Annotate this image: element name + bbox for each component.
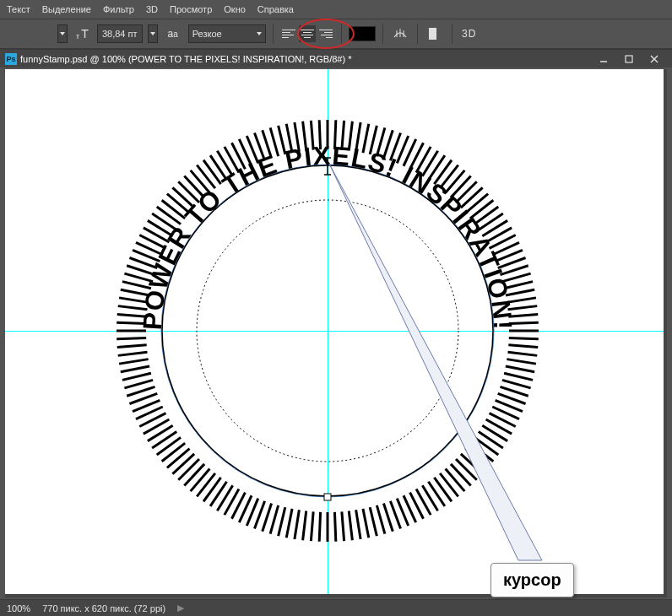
svg-line-6 — [508, 345, 538, 348]
svg-line-80 — [119, 359, 149, 364]
svg-line-76 — [127, 386, 154, 396]
tick-ring — [117, 120, 539, 542]
separator — [273, 24, 274, 44]
font-family-dropdown[interactable] — [57, 24, 68, 43]
align-center-button[interactable] — [299, 25, 316, 42]
svg-line-78 — [122, 373, 151, 380]
svg-line-30 — [422, 485, 437, 511]
svg-rect-1 — [626, 56, 632, 62]
antialias-icon: aa — [163, 24, 183, 43]
separator — [452, 24, 453, 44]
svg-line-65 — [172, 454, 194, 474]
svg-line-37 — [377, 505, 385, 534]
svg-line-59 — [210, 482, 226, 506]
separator — [417, 24, 418, 44]
svg-line-66 — [167, 449, 190, 468]
antialias-select[interactable]: Резкое — [188, 24, 266, 43]
character-panel-button[interactable] — [425, 24, 445, 43]
align-left-button[interactable] — [280, 25, 297, 42]
svg-line-47 — [303, 511, 306, 541]
svg-line-19 — [479, 431, 503, 447]
text-color-swatch[interactable] — [349, 26, 376, 41]
stamp-artwork: POWER TO THE PIXELS! INSPIRATION! — [5, 69, 664, 594]
document-canvas[interactable]: POWER TO THE PIXELS! INSPIRATION! курсор — [5, 69, 664, 594]
document-tab: Ps funnyStamp.psd @ 100% (POWER TO THE P… — [0, 49, 672, 68]
svg-line-69 — [152, 431, 176, 447]
zoom-level[interactable]: 100% — [7, 603, 30, 613]
font-size-field[interactable]: 38,84 пт — [97, 24, 143, 43]
svg-line-49 — [286, 509, 292, 538]
svg-line-67 — [162, 443, 185, 462]
3d-button[interactable]: 3D — [459, 24, 480, 43]
svg-line-5 — [509, 338, 539, 338]
menu-item-3d[interactable]: 3D — [146, 4, 158, 14]
svg-line-45 — [319, 512, 320, 542]
svg-line-48 — [295, 510, 299, 539]
svg-line-43 — [334, 512, 335, 542]
svg-line-26 — [446, 468, 465, 491]
font-size-value: 38,84 пт — [102, 29, 138, 39]
ps-badge-icon: Ps — [5, 53, 17, 65]
menu-item-help[interactable]: Справка — [257, 4, 294, 14]
svg-line-25 — [451, 464, 471, 486]
svg-line-11 — [502, 380, 531, 388]
path-anchor-icon — [324, 494, 331, 500]
minimize-button[interactable] — [591, 51, 616, 67]
svg-line-52 — [263, 503, 272, 531]
svg-line-64 — [178, 459, 199, 480]
svg-line-10 — [504, 373, 533, 380]
menu-item-window[interactable]: Окно — [224, 4, 246, 14]
svg-line-9 — [506, 366, 534, 372]
svg-line-58 — [217, 485, 232, 511]
svg-line-70 — [148, 425, 173, 440]
font-size-dropdown[interactable] — [148, 24, 158, 43]
options-bar: тT 38,84 пт aa Резкое 3D — [0, 19, 672, 49]
svg-line-62 — [191, 468, 210, 491]
maximize-button[interactable] — [616, 51, 642, 67]
statusbar-chevron-icon[interactable]: ▶ — [177, 602, 184, 613]
separator — [382, 24, 383, 44]
callout-label: курсор — [490, 563, 574, 597]
menu-item-view[interactable]: Просмотр — [170, 4, 212, 14]
svg-line-50 — [279, 507, 285, 536]
svg-line-41 — [349, 511, 352, 541]
menu-item-filter[interactable]: Фильтр — [103, 4, 134, 14]
font-size-icon: тT — [73, 24, 92, 43]
svg-line-7 — [508, 352, 538, 355]
svg-line-27 — [440, 473, 458, 496]
svg-line-18 — [482, 425, 507, 440]
align-right-button[interactable] — [317, 25, 334, 42]
svg-line-60 — [203, 478, 221, 501]
svg-line-46 — [311, 511, 313, 541]
svg-line-39 — [363, 509, 369, 538]
svg-line-28 — [434, 478, 452, 501]
document-title: funnyStamp.psd @ 100% (POWER TO THE PIXE… — [20, 54, 588, 64]
callout-pointer — [329, 164, 542, 560]
svg-line-81 — [118, 352, 148, 355]
svg-line-51 — [270, 505, 279, 534]
svg-line-38 — [370, 507, 377, 536]
svg-line-36 — [383, 503, 393, 531]
text-align-group — [280, 25, 334, 42]
separator — [341, 24, 342, 44]
close-button[interactable] — [642, 51, 667, 67]
menu-bar: Текст Выделение Фильтр 3D Просмотр Окно … — [0, 0, 672, 19]
status-bar: 100% 770 пикс. x 620 пикс. (72 ppi) ▶ — [0, 599, 672, 616]
svg-line-61 — [197, 473, 215, 496]
svg-line-29 — [428, 482, 444, 506]
svg-line-82 — [117, 345, 147, 348]
svg-line-79 — [121, 366, 149, 372]
svg-line-42 — [342, 511, 344, 541]
svg-line-68 — [157, 437, 181, 455]
antialias-value: Резкое — [192, 29, 222, 39]
svg-line-77 — [124, 380, 153, 388]
svg-line-40 — [356, 510, 360, 539]
menu-item-text[interactable]: Текст — [7, 4, 30, 14]
svg-line-83 — [117, 338, 146, 338]
menu-item-selection[interactable]: Выделение — [42, 4, 91, 14]
warp-text-button[interactable] — [390, 24, 410, 43]
svg-line-8 — [507, 359, 536, 364]
svg-line-63 — [184, 464, 204, 486]
canvas-area: POWER TO THE PIXELS! INSPIRATION! курсор — [5, 69, 667, 597]
svg-line-12 — [500, 386, 528, 396]
